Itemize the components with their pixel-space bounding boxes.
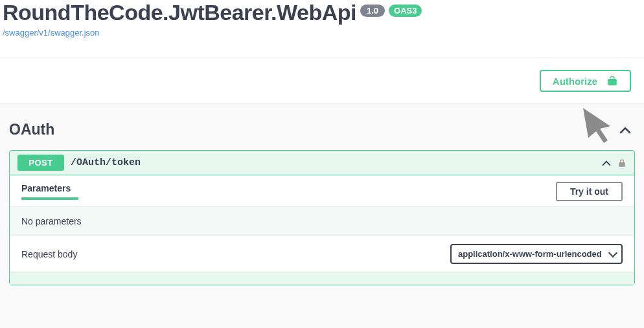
opblock-footer-band — [10, 272, 634, 285]
no-parameters-text: No parameters — [10, 206, 634, 236]
swagger-json-link[interactable]: /swagger/v1/swagger.json — [3, 28, 100, 38]
lock-icon[interactable] — [617, 158, 627, 168]
authorize-button[interactable]: Authorize — [540, 70, 631, 92]
parameters-header: Parameters Try it out — [10, 175, 634, 206]
try-it-out-button[interactable]: Try it out — [556, 182, 623, 201]
main-content: OAuth POST /OAuth/token Parameters — [0, 104, 644, 285]
tag-section-header[interactable]: OAuth — [9, 116, 635, 148]
authorize-label: Authorize — [553, 76, 597, 87]
operation-body: Parameters Try it out No parameters Requ… — [10, 175, 634, 285]
request-body-row: Request body application/x-www-form-urle… — [10, 236, 634, 272]
content-type-select-wrap: application/x-www-form-urlencoded — [450, 244, 623, 264]
http-method-badge: POST — [17, 155, 64, 171]
content-type-select[interactable]: application/x-www-form-urlencoded — [450, 244, 623, 264]
authorize-row: Authorize — [0, 58, 644, 104]
operation-summary[interactable]: POST /OAuth/token — [10, 151, 634, 175]
chevron-up-icon — [619, 126, 631, 134]
active-tab-underline — [21, 197, 78, 200]
api-header: RoundTheCode.JwtBearer.WebApi 1.0 OAS3 /… — [0, 0, 644, 58]
chevron-up-icon — [602, 160, 611, 166]
operation-path: /OAuth/token — [71, 157, 595, 168]
api-title: RoundTheCode.JwtBearer.WebApi — [3, 0, 356, 25]
unlock-icon — [606, 75, 618, 87]
version-badge: 1.0 — [360, 5, 385, 17]
oas-badge: OAS3 — [389, 5, 422, 17]
tag-name: OAuth — [9, 121, 54, 138]
operation-block: POST /OAuth/token Parameters Try it out … — [9, 150, 635, 285]
request-body-label: Request body — [21, 249, 77, 259]
